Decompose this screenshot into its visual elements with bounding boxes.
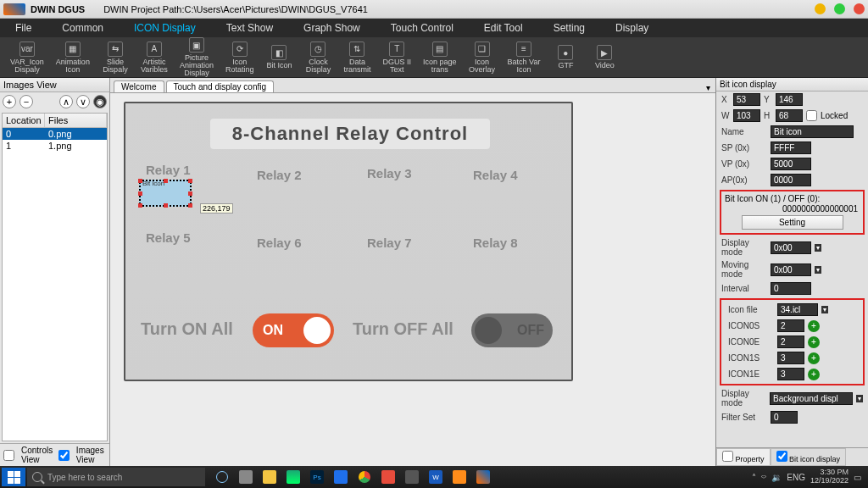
- tab-touch-config[interactable]: Touch and display config: [166, 80, 275, 92]
- moving-mode[interactable]: [771, 263, 811, 276]
- preview-button[interactable]: ◉: [93, 95, 107, 108]
- biticon-setting-button[interactable]: Setting: [742, 215, 843, 230]
- remove-image-button[interactable]: −: [19, 95, 33, 108]
- file-row[interactable]: 0 0.png: [3, 128, 107, 140]
- taskbar-search[interactable]: Type here to search: [27, 468, 205, 486]
- display-mode2[interactable]: [770, 392, 853, 405]
- add-image-button[interactable]: +: [3, 95, 16, 108]
- icon0e-add[interactable]: +: [808, 336, 820, 348]
- menu-file[interactable]: File: [0, 19, 47, 37]
- menu-icon-display[interactable]: ICON Display: [119, 19, 211, 37]
- display-mode2-dd[interactable]: ▾: [856, 395, 863, 402]
- images-panel: Images View + − ∧ ∨ ◉ Location Files 0 0…: [0, 78, 110, 466]
- icon-file[interactable]: [777, 303, 818, 316]
- icon1e-add[interactable]: +: [808, 369, 820, 380]
- relay2-label: Relay 2: [257, 168, 302, 182]
- tool-icon: ◷: [310, 42, 326, 57]
- menu-display[interactable]: Display: [600, 19, 664, 37]
- tab-welcome[interactable]: Welcome: [114, 80, 164, 92]
- prop-x[interactable]: [733, 93, 760, 106]
- icon-file-dd[interactable]: ▾: [821, 306, 828, 313]
- move-up-button[interactable]: ∧: [59, 95, 73, 108]
- interval[interactable]: [771, 282, 811, 295]
- menu-edit-tool[interactable]: Edit Tool: [469, 19, 538, 37]
- menu-common[interactable]: Common: [47, 19, 119, 37]
- tray-wifi-icon[interactable]: ⌔: [761, 473, 766, 482]
- prop-vp[interactable]: [771, 158, 811, 170]
- tool-clock[interactable]: ◷ClockDisplay: [299, 40, 337, 75]
- tool-data[interactable]: ⇅Datatransmit: [338, 40, 376, 75]
- system-tray: ˄ ⌔ 🔉 ENG 3:30 PM 12/19/2022 ▭: [747, 469, 866, 485]
- menu-touch-control[interactable]: Touch Control: [376, 19, 469, 37]
- app-icon[interactable]: [378, 468, 398, 486]
- locked-check[interactable]: [806, 110, 817, 121]
- tool-icon-page[interactable]: ▤Icon pagetrans: [418, 40, 462, 75]
- prop-tab-biticon[interactable]: Bit icon display: [771, 448, 847, 466]
- tool-video[interactable]: ▶Video: [586, 43, 623, 71]
- photoshop-icon[interactable]: Ps: [307, 468, 327, 486]
- menu-text-show[interactable]: Text Show: [211, 19, 288, 37]
- prop-y[interactable]: [776, 93, 803, 106]
- prop-w[interactable]: [733, 109, 760, 122]
- icon1e[interactable]: [777, 368, 804, 380]
- display-mode[interactable]: [771, 241, 811, 254]
- tray-chevron-icon[interactable]: ˄: [752, 473, 756, 482]
- icon0e[interactable]: [777, 336, 804, 348]
- tool-slide[interactable]: ⇆SlideDispaly: [97, 40, 134, 75]
- icon0s[interactable]: [777, 319, 804, 332]
- images-view-check[interactable]: [58, 450, 70, 461]
- prop-ap[interactable]: [771, 174, 811, 186]
- controls-view-check[interactable]: [3, 450, 14, 461]
- icon1s-add[interactable]: +: [808, 352, 820, 364]
- tray-volume-icon[interactable]: 🔉: [771, 473, 782, 482]
- prop-tab-property[interactable]: Property: [716, 448, 771, 466]
- menu-graph-show[interactable]: Graph Show: [288, 19, 376, 37]
- tray-lang[interactable]: ENG: [787, 473, 805, 482]
- start-button[interactable]: [2, 468, 25, 486]
- prop-h[interactable]: [776, 109, 803, 122]
- camtasia-icon[interactable]: [449, 468, 470, 486]
- tool-animation[interactable]: ▦AnimationIcon: [51, 40, 95, 75]
- display-mode-dd[interactable]: ▾: [815, 244, 821, 252]
- tray-notifications-icon[interactable]: ▭: [854, 473, 861, 482]
- toggle-on-all[interactable]: ON: [253, 313, 334, 347]
- design-canvas[interactable]: 8-Channel Relay Control Relay 1 Relay 2 …: [124, 102, 573, 381]
- tray-clock[interactable]: 3:30 PM 12/19/2022: [810, 469, 849, 485]
- tool-bit-icon[interactable]: ◧Bit Icon: [260, 43, 298, 71]
- toggle-off-all[interactable]: OFF: [471, 313, 553, 347]
- prop-sp[interactable]: [771, 141, 811, 154]
- filter-set[interactable]: [771, 411, 798, 424]
- tab-dropdown-icon[interactable]: ▾: [701, 83, 715, 92]
- tool-batch-var[interactable]: ≡Batch VarIcon: [503, 40, 546, 75]
- icon0s-add[interactable]: +: [808, 320, 820, 332]
- edge-icon[interactable]: [283, 468, 303, 486]
- tool-gtf[interactable]: ●GTF: [547, 43, 584, 71]
- selected-biticon[interactable]: Bit icon: [139, 180, 192, 207]
- tool-artistic[interactable]: AArtisticVaribles: [136, 40, 173, 75]
- vscode-icon[interactable]: [331, 468, 351, 486]
- relay8-label: Relay 8: [473, 236, 518, 250]
- move-down-button[interactable]: ∨: [76, 95, 90, 108]
- tool-icon: ❏: [475, 42, 490, 57]
- icon1s[interactable]: [777, 352, 804, 364]
- word-icon[interactable]: W: [426, 468, 446, 486]
- app2-icon[interactable]: [402, 468, 422, 486]
- close-button[interactable]: [854, 3, 865, 14]
- menu-setting[interactable]: Setting: [538, 19, 600, 37]
- explorer-icon[interactable]: [259, 468, 280, 486]
- controls-view-label: Controls View: [21, 446, 53, 464]
- tool-icon[interactable]: ❏IconOverlay: [464, 40, 501, 75]
- dwin-icon[interactable]: [473, 468, 493, 486]
- cortana-icon[interactable]: [212, 468, 232, 486]
- moving-mode-dd[interactable]: ▾: [815, 266, 821, 274]
- taskview-icon[interactable]: [236, 468, 256, 486]
- prop-name[interactable]: [771, 125, 854, 138]
- file-row[interactable]: 1 1.png: [3, 140, 107, 152]
- tool-icon[interactable]: ⟳IconRotating: [220, 40, 259, 75]
- minimize-button[interactable]: [815, 3, 826, 14]
- tool-picture[interactable]: ▣PictureAnimationDisplay: [175, 36, 219, 79]
- maximize-button[interactable]: [834, 3, 845, 14]
- tool-dgus-ii[interactable]: TDGUS IIText: [377, 40, 416, 75]
- chrome-icon[interactable]: [354, 468, 375, 486]
- tool-var-icon[interactable]: varVAR_IconDispaly: [5, 40, 49, 75]
